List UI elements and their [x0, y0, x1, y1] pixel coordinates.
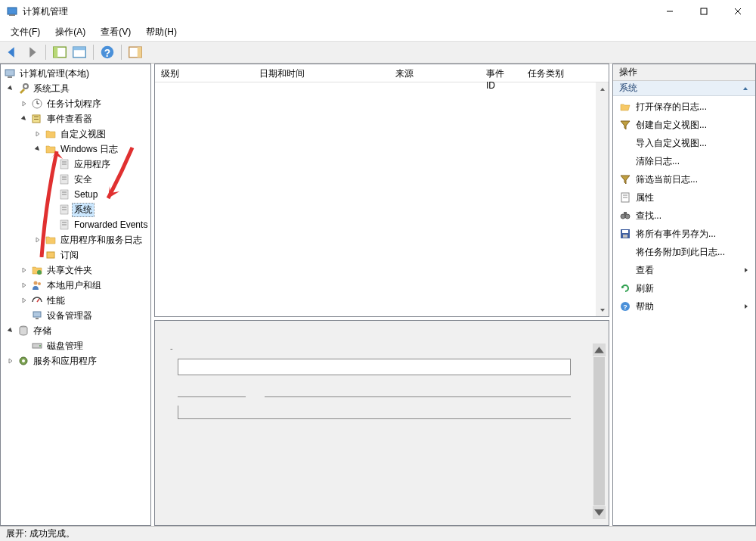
action-label: 将所有事件另存为... [636, 228, 749, 241]
tree-application-log[interactable]: 应用程序 [1, 157, 150, 172]
action-pane-button[interactable] [126, 43, 144, 61]
tree-label: 本地用户和组 [45, 278, 104, 293]
vertical-scrollbar[interactable] [596, 82, 609, 316]
col-category[interactable]: 任务类别 [522, 64, 609, 82]
menu-file[interactable]: 文件(F) [3, 23, 48, 41]
action-open-saved-log[interactable]: 打开保存的日志... [613, 98, 755, 116]
tree-app-services-logs[interactable]: 应用程序和服务日志 [1, 232, 150, 247]
action-help[interactable]: ? 帮助 [613, 297, 755, 316]
folder-icon [45, 234, 57, 246]
expand-icon[interactable] [19, 98, 29, 109]
col-datetime[interactable]: 日期和时间 [253, 64, 389, 82]
tree-shared-folders[interactable]: 共享文件夹 [1, 263, 150, 278]
tree-disk-management[interactable]: 磁盘管理 [1, 338, 150, 353]
submenu-arrow-icon [743, 303, 749, 310]
action-refresh[interactable]: 刷新 [613, 279, 755, 297]
expand-icon[interactable] [5, 356, 16, 366]
tree-device-manager[interactable]: 设备管理器 [1, 308, 150, 323]
action-label: 属性 [636, 191, 749, 204]
svg-rect-21 [34, 117, 39, 117]
action-import-custom-view[interactable]: 导入自定义视图... [613, 134, 755, 152]
titlebar: 计算机管理 [0, 0, 756, 23]
tree-label: 性能 [45, 294, 67, 308]
collapse-icon[interactable] [5, 325, 16, 336]
tree-label: Windows 日志 [58, 142, 120, 157]
action-clear-log[interactable]: 清除日志... [613, 152, 755, 170]
expand-icon[interactable] [33, 235, 43, 245]
menu-help[interactable]: 帮助(H) [138, 23, 184, 41]
svg-rect-1 [9, 14, 15, 16]
blank-icon [619, 137, 631, 149]
vertical-scrollbar[interactable] [593, 344, 606, 519]
expand-icon[interactable] [33, 129, 43, 139]
tree-custom-views[interactable]: 自定义视图 [1, 126, 150, 141]
action-save-all-events[interactable]: 将所有事件另存为... [613, 225, 755, 243]
properties-button[interactable] [70, 43, 88, 61]
tree-storage[interactable]: 存储 [1, 323, 150, 338]
scroll-thumb[interactable] [593, 357, 605, 505]
svg-rect-7 [54, 47, 58, 58]
scroll-track[interactable] [596, 95, 609, 303]
collapse-icon[interactable] [5, 83, 16, 94]
app-icon [6, 5, 18, 17]
tree-root[interactable]: 计算机管理(本地) [1, 66, 150, 81]
workspace: 计算机管理(本地) 系统工具 任务计划程序 事件查看器 [0, 64, 756, 526]
show-hide-tree-button[interactable] [51, 43, 69, 61]
action-create-custom-view[interactable]: 创建自定义视图... [613, 116, 755, 134]
scroll-down-icon[interactable] [596, 303, 609, 316]
tree-label: 系统 [72, 203, 94, 217]
expand-icon[interactable] [19, 295, 29, 306]
svg-point-40 [34, 281, 38, 285]
action-find[interactable]: 查找... [613, 207, 755, 225]
action-properties[interactable]: 属性 [613, 188, 755, 207]
list-body[interactable] [155, 82, 609, 316]
submenu-arrow-icon [743, 266, 749, 274]
minimize-button[interactable] [652, 1, 686, 22]
tree-security-log[interactable]: 安全 [1, 172, 150, 187]
tree-task-scheduler[interactable]: 任务计划程序 [1, 96, 150, 111]
collapse-icon[interactable] [19, 113, 29, 124]
tree-subscriptions[interactable]: 订阅 [1, 247, 150, 263]
scroll-down-icon[interactable] [593, 506, 606, 519]
action-attach-task[interactable]: 将任务附加到此日志... [613, 243, 755, 261]
tree-forwarded-log[interactable]: Forwarded Events [1, 217, 150, 232]
action-label: 导入自定义视图... [636, 137, 749, 150]
collapse-up-icon [742, 85, 749, 92]
menu-action[interactable]: 操作(A) [48, 23, 93, 41]
menu-view[interactable]: 查看(V) [93, 23, 138, 41]
col-source[interactable]: 来源 [389, 64, 480, 82]
col-eventid[interactable]: 事件 ID [480, 64, 522, 82]
close-button[interactable] [720, 1, 754, 22]
tree-setup-log[interactable]: Setup [1, 187, 150, 202]
blank-icon [619, 155, 631, 167]
action-label: 打开保存的日志... [636, 101, 749, 113]
tree-windows-logs[interactable]: Windows 日志 [1, 141, 150, 157]
back-button[interactable] [3, 43, 21, 61]
scroll-up-icon[interactable] [593, 344, 606, 356]
tree-label: 共享文件夹 [45, 263, 94, 278]
tree-local-users[interactable]: 本地用户和组 [1, 278, 150, 293]
maximize-button[interactable] [686, 1, 720, 22]
action-label: 查找... [636, 210, 749, 222]
tree-services-apps[interactable]: 服务和应用程序 [1, 353, 150, 368]
log-icon [58, 173, 70, 185]
expand-icon[interactable] [19, 265, 29, 275]
tree-system-log[interactable]: 系统 [1, 202, 150, 217]
tree-performance[interactable]: 性能 [1, 293, 150, 308]
expand-icon[interactable] [19, 280, 29, 291]
scroll-up-icon[interactable] [596, 82, 609, 95]
action-filter-current-log[interactable]: 筛选当前日志... [613, 170, 755, 188]
detail-field[interactable] [178, 359, 571, 375]
collapse-icon[interactable] [33, 144, 43, 154]
help-button[interactable]: ? [98, 43, 116, 61]
actions-section[interactable]: 系统 [613, 81, 755, 96]
tree-system-tools[interactable]: 系统工具 [1, 81, 150, 96]
device-icon [31, 309, 43, 322]
svg-point-49 [22, 359, 25, 362]
svg-rect-3 [701, 8, 707, 14]
detail-field[interactable] [178, 406, 571, 419]
col-level[interactable]: 级别 [155, 64, 253, 82]
forward-button[interactable] [23, 43, 41, 61]
tree-event-viewer[interactable]: 事件查看器 [1, 111, 150, 126]
action-view[interactable]: 查看 [613, 261, 755, 279]
